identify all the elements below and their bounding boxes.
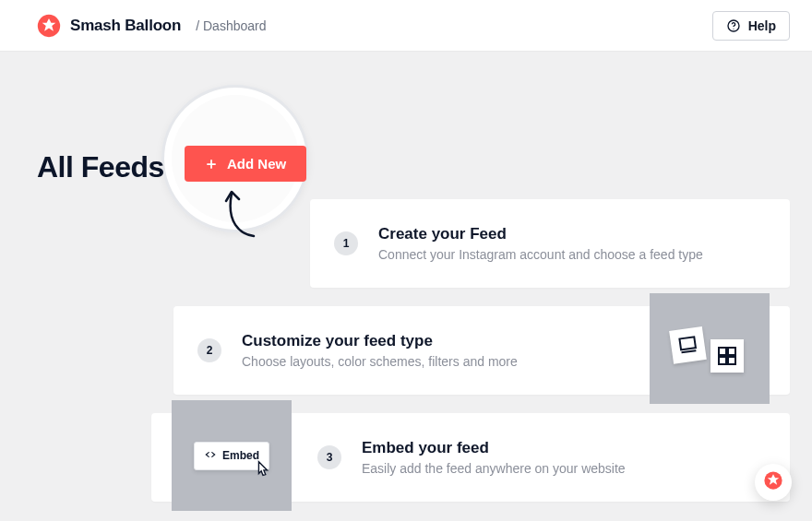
svg-rect-8 — [719, 357, 726, 364]
svg-rect-9 — [728, 357, 735, 364]
step-number-badge: 3 — [317, 445, 341, 469]
layout-card-icon — [669, 326, 707, 364]
add-new-button-label: Add New — [227, 156, 286, 172]
embed-preview-thumbnail: Embed — [172, 400, 292, 511]
step-number-badge: 2 — [197, 338, 221, 362]
code-icon — [204, 448, 217, 464]
step-title: Customize your feed type — [242, 332, 624, 350]
smash-balloon-logo-icon — [37, 14, 61, 38]
step-title: Embed your feed — [362, 439, 766, 457]
breadcrumb: / Dashboard — [196, 18, 266, 33]
page-title-wrap: All Feeds — [37, 141, 164, 184]
add-new-button[interactable]: Add New — [185, 146, 306, 182]
step-description: Connect your Instagram account and choos… — [378, 247, 766, 262]
step-card-embed-feed: Embed 3 Embed your feed Easily add the f… — [151, 413, 790, 502]
onboarding-steps: 1 Create your Feed Connect your Instagra… — [37, 199, 790, 502]
help-button-label: Help — [748, 18, 776, 33]
step-number-badge: 1 — [334, 231, 358, 255]
main-content: All Feeds Add New 1 Create your Feed Con… — [0, 52, 812, 112]
page-title: All Feeds — [37, 150, 164, 184]
layout-grid-icon — [710, 339, 744, 373]
smash-balloon-badge-icon — [763, 470, 783, 494]
plus-icon — [205, 158, 218, 171]
svg-rect-6 — [719, 348, 726, 355]
step-card-customize-feed: 2 Customize your feed type Choose layout… — [173, 306, 790, 395]
step-card-create-feed: 1 Create your Feed Connect your Instagra… — [310, 199, 790, 288]
brand-name: Smash Balloon — [70, 17, 181, 35]
svg-rect-4 — [679, 337, 696, 349]
top-bar: Smash Balloon / Dashboard Help — [0, 0, 812, 52]
step-description: Easily add the feed anywhere on your web… — [362, 461, 766, 476]
smash-balloon-beacon-button[interactable] — [755, 464, 792, 501]
layout-preview-thumbnail — [650, 293, 770, 404]
brand: Smash Balloon / Dashboard — [37, 14, 266, 38]
help-button[interactable]: Help — [712, 11, 790, 41]
step-description: Choose layouts, color schemes, filters a… — [242, 354, 624, 369]
step-title: Create your Feed — [378, 225, 766, 243]
svg-rect-7 — [728, 348, 735, 355]
help-circle-icon — [726, 18, 741, 33]
cursor-pointer-icon — [253, 459, 273, 480]
svg-point-3 — [733, 28, 734, 29]
